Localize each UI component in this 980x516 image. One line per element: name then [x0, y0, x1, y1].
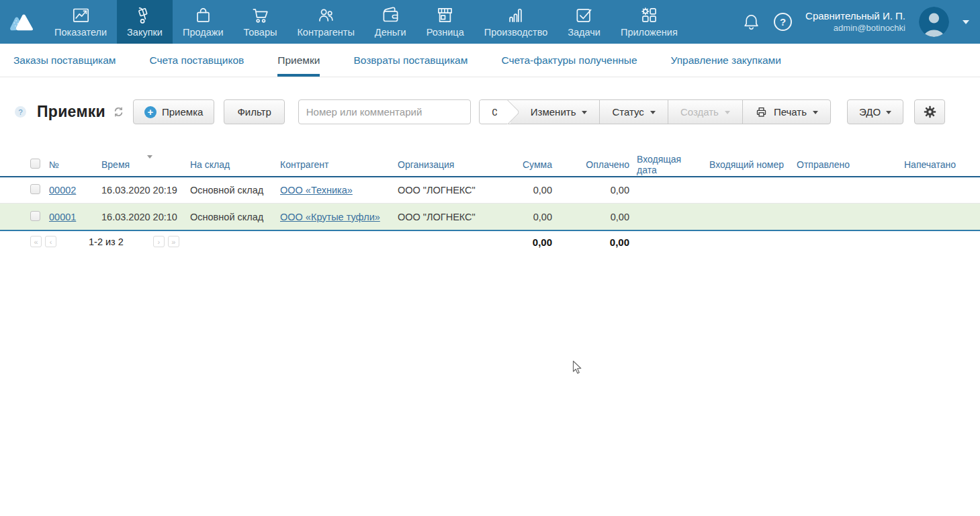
nav-item-tasks[interactable]: Задачи [558, 0, 611, 44]
nav-item-production[interactable]: Производство [474, 0, 558, 44]
bar-chart-icon [506, 6, 525, 24]
print-dropdown[interactable]: Печать [742, 100, 830, 124]
filter-button[interactable]: Фильтр [224, 99, 284, 124]
row-checkbox[interactable] [30, 211, 40, 221]
page-title: Приемки [37, 103, 105, 121]
printer-icon [755, 106, 768, 118]
mouse-cursor [572, 360, 584, 378]
pagination-first-button[interactable]: « [30, 236, 42, 247]
column-sent[interactable]: Отправлено [791, 159, 899, 170]
notifications-bell-icon[interactable] [742, 13, 760, 31]
nav-item-purchases[interactable]: Закупки [117, 0, 173, 44]
pagination-prev-button[interactable]: ‹ [45, 236, 56, 247]
edo-dropdown[interactable]: ЭДО [847, 99, 903, 124]
nav-label: Товары [244, 27, 277, 38]
top-navigation-bar: Показатели Закупки Продажи Товары Контр [0, 0, 980, 44]
moysklad-logo[interactable] [0, 0, 44, 44]
pagination-next-button[interactable]: › [153, 236, 165, 247]
column-warehouse[interactable]: На склад [190, 159, 280, 170]
select-all-cell [30, 159, 49, 171]
help-icon[interactable]: ? [774, 13, 792, 31]
column-incoming-date[interactable]: Входящая дата [631, 154, 704, 175]
user-name: Сравнительный И. П. [805, 10, 905, 23]
nav-label: Контрагенты [297, 27, 354, 38]
subnav-label: Заказы поставщикам [13, 54, 116, 67]
subnav-item-invoices-received[interactable]: Счета-фактуры полученные [501, 44, 637, 77]
column-number[interactable]: № [49, 159, 101, 170]
task-check-icon [575, 6, 593, 24]
purchases-subnav: Заказы поставщикам Счета поставщиков При… [0, 44, 980, 77]
new-receipt-button[interactable]: + Приемка [133, 99, 214, 124]
nav-label: Продажи [183, 27, 224, 38]
storefront-icon [436, 6, 454, 24]
filter-label: Фильтр [237, 106, 271, 118]
user-menu-caret-icon[interactable] [963, 20, 969, 24]
sort-desc-icon [147, 155, 152, 159]
receipt-number-link[interactable]: 00001 [49, 212, 76, 222]
nav-item-money[interactable]: Деньги [365, 0, 416, 44]
row-counterparty-link[interactable]: ООО «Техника» [280, 185, 353, 196]
column-paid[interactable]: Оплачено [554, 159, 631, 170]
select-all-checkbox[interactable] [30, 159, 40, 169]
column-incoming-number[interactable]: Входящий номер [704, 159, 791, 170]
row-warehouse: Основной склад [190, 185, 280, 196]
column-counterparty[interactable]: Контрагент [280, 159, 398, 170]
new-receipt-label: Приемка [162, 106, 203, 118]
toolbar: ? Приемки + Приемка Фильтр 0 Изменить Ст… [0, 77, 980, 124]
line-chart-icon [72, 6, 90, 24]
nav-item-apps[interactable]: Приложения [611, 0, 688, 44]
row-paid: 0,00 [554, 185, 631, 196]
row-time: 16.03.2020 20:19 [101, 185, 190, 196]
subnav-item-supplier-invoices[interactable]: Счета поставщиков [149, 44, 244, 77]
cloud-logo-icon [9, 12, 36, 32]
row-paid: 0,00 [554, 212, 631, 222]
nav-label: Задачи [568, 27, 600, 38]
create-dropdown-disabled: Создать [668, 100, 742, 124]
subnav-item-purchase-management[interactable]: Управление закупками [671, 44, 781, 77]
row-warehouse: Основной склад [190, 212, 280, 222]
subnav-item-supplier-returns[interactable]: Возвраты поставщикам [353, 44, 467, 77]
nav-item-indicators[interactable]: Показатели [44, 0, 117, 44]
subnav-item-receipts[interactable]: Приемки [277, 44, 320, 77]
refresh-icon[interactable] [113, 106, 124, 118]
print-label: Печать [774, 106, 807, 118]
settings-gear-button[interactable] [914, 99, 945, 124]
pagination-last-button[interactable]: » [168, 236, 179, 247]
nav-item-counterparties[interactable]: Контрагенты [287, 0, 364, 44]
table-header-row: № Время На склад Контрагент Организация … [0, 153, 980, 177]
bulk-actions-group: 0 Изменить Статус Создать Печать [479, 99, 831, 124]
receipts-table: № Время На склад Контрагент Организация … [0, 153, 980, 251]
column-sum[interactable]: Сумма [495, 159, 554, 170]
pagination: « ‹ 1-2 из 2 › » [30, 236, 179, 247]
avatar[interactable] [919, 7, 949, 37]
receipt-number-link[interactable]: 00002 [49, 185, 76, 196]
total-sum: 0,00 [495, 236, 552, 248]
row-counterparty-link[interactable]: ООО «Крутые туфли» [280, 212, 380, 222]
nav-label: Розница [427, 27, 464, 38]
column-printed[interactable]: Напечатано [899, 159, 980, 170]
row-time: 16.03.2020 20:10 [101, 212, 190, 222]
edit-dropdown[interactable]: Изменить [510, 100, 600, 124]
pagination-range-label: 1-2 из 2 [89, 236, 124, 247]
status-dropdown[interactable]: Статус [599, 100, 667, 124]
search-input[interactable] [298, 99, 471, 124]
nav-item-goods[interactable]: Товары [234, 0, 287, 44]
table-row[interactable]: 00002 16.03.2020 20:19 Основной склад ОО… [0, 177, 980, 204]
subnav-item-supplier-orders[interactable]: Заказы поставщикам [13, 44, 116, 77]
page-help-icon[interactable]: ? [15, 106, 26, 118]
nav-item-sales[interactable]: Продажи [173, 0, 234, 44]
row-checkbox[interactable] [30, 184, 40, 194]
subnav-label: Возвраты поставщикам [353, 54, 467, 67]
apps-grid-icon [640, 6, 658, 24]
people-icon [317, 6, 335, 24]
column-organization[interactable]: Организация [398, 159, 495, 170]
plus-icon: + [144, 106, 157, 118]
row-checkbox-cell [30, 184, 49, 196]
edo-label: ЭДО [859, 106, 881, 118]
nav-item-retail[interactable]: Розница [416, 0, 474, 44]
user-menu[interactable]: Сравнительный И. П. admin@botinochki [805, 10, 905, 34]
table-row[interactable]: 00001 16.03.2020 20:10 Основной склад ОО… [0, 204, 980, 230]
user-email: admin@botinochki [805, 23, 905, 34]
edit-label: Изменить [531, 106, 576, 118]
column-time[interactable]: Время [101, 159, 190, 170]
